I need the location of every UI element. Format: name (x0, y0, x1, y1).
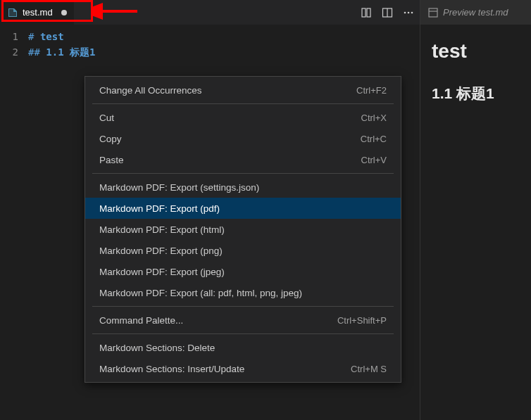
menu-label: Copy (99, 134, 122, 144)
tab-actions (361, 7, 414, 18)
menu-label: Change All Occurrences (99, 85, 202, 96)
menu-change-all-occurrences[interactable]: Change All Occurrences Ctrl+F2 (85, 79, 401, 101)
menu-cut[interactable]: Cut Ctrl+X (85, 107, 401, 128)
menu-sections-insert-update[interactable]: Markdown Sections: Insert/Update Ctrl+M … (85, 358, 401, 379)
line-number: 1 (0, 29, 18, 44)
compare-changes-icon[interactable] (361, 7, 372, 18)
menu-label: Markdown PDF: Export (html) (99, 224, 225, 235)
tab-filename: test.md (23, 7, 53, 18)
menu-label: Markdown Sections: Insert/Update (99, 364, 244, 374)
file-tab[interactable]: test.md (0, 0, 74, 25)
menu-shortcut: Ctrl+F2 (356, 85, 387, 96)
preview-heading-1: test (432, 40, 520, 63)
menu-paste[interactable]: Paste Ctrl+V (85, 149, 401, 170)
menu-label: Paste (99, 155, 124, 165)
menu-label: Markdown PDF: Export (png) (99, 246, 223, 256)
svg-rect-1 (367, 8, 370, 17)
editor-body[interactable]: 1 2 # test ## 1.1 标题1 (0, 25, 420, 60)
menu-separator (92, 306, 394, 307)
more-actions-icon[interactable] (403, 7, 414, 18)
tab-bar: test.md (0, 0, 420, 25)
menu-label: Markdown Sections: Delete (99, 343, 215, 353)
code-area[interactable]: # test ## 1.1 标题1 (28, 29, 95, 60)
dirty-indicator (61, 10, 67, 15)
menu-shortcut: Ctrl+V (361, 155, 387, 165)
line-gutter: 1 2 (0, 29, 28, 60)
menu-label: Cut (99, 113, 114, 123)
editor-pane: test.md 1 2 # test ## (0, 0, 420, 420)
menu-export-jpeg[interactable]: Markdown PDF: Export (jpeg) (85, 261, 401, 282)
svg-point-6 (411, 11, 413, 13)
preview-tab[interactable]: Preview test.md (420, 0, 531, 25)
preview-body: test 1.1 标题1 (420, 25, 531, 119)
context-menu: Change All Occurrences Ctrl+F2 Cut Ctrl+… (85, 76, 401, 383)
menu-separator (92, 103, 394, 104)
menu-shortcut: Ctrl+X (361, 113, 387, 123)
preview-pane: Preview test.md test 1.1 标题1 (420, 0, 531, 420)
menu-export-pdf[interactable]: Markdown PDF: Export (pdf) (85, 198, 401, 219)
menu-export-settings-json[interactable]: Markdown PDF: Export (settings.json) (85, 177, 401, 198)
svg-point-4 (404, 11, 406, 13)
preview-icon (427, 7, 439, 18)
menu-shortcut: Ctrl+M S (351, 364, 387, 374)
svg-point-5 (408, 11, 410, 13)
menu-label: Markdown PDF: Export (pdf) (99, 203, 220, 214)
line-number: 2 (0, 44, 18, 60)
menu-command-palette[interactable]: Command Palette... Ctrl+Shift+P (85, 310, 401, 331)
menu-export-all[interactable]: Markdown PDF: Export (all: pdf, html, pn… (85, 282, 401, 303)
menu-export-png[interactable]: Markdown PDF: Export (png) (85, 240, 401, 261)
menu-separator (92, 333, 394, 334)
code-line: # test (28, 29, 95, 44)
preview-tab-label: Preview test.md (443, 7, 508, 18)
split-editor-icon[interactable] (382, 7, 393, 18)
menu-export-html[interactable]: Markdown PDF: Export (html) (85, 219, 401, 240)
menu-sections-delete[interactable]: Markdown Sections: Delete (85, 337, 401, 358)
preview-heading-2: 1.1 标题1 (432, 84, 520, 103)
code-line: ## 1.1 标题1 (28, 44, 95, 60)
menu-label: Markdown PDF: Export (settings.json) (99, 182, 259, 193)
menu-label: Command Palette... (99, 315, 183, 326)
menu-copy[interactable]: Copy Ctrl+C (85, 128, 401, 149)
svg-rect-0 (362, 8, 366, 17)
menu-label: Markdown PDF: Export (all: pdf, html, pn… (99, 288, 302, 298)
markdown-file-icon (7, 7, 18, 18)
menu-shortcut: Ctrl+Shift+P (337, 315, 387, 326)
menu-separator (92, 173, 394, 174)
svg-rect-9 (429, 8, 437, 17)
menu-shortcut: Ctrl+C (361, 134, 387, 144)
menu-label: Markdown PDF: Export (jpeg) (99, 267, 225, 277)
